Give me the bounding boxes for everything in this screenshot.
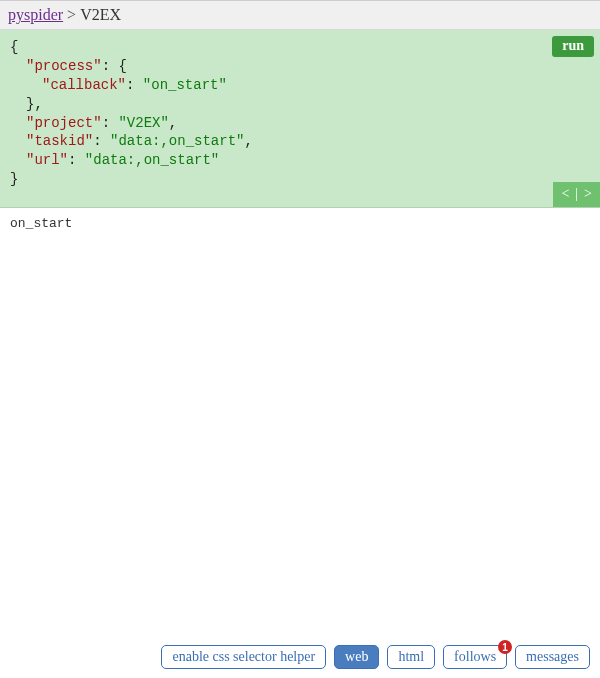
json-val-callback: "on_start" — [143, 77, 227, 93]
tab-follows-label: follows — [454, 649, 496, 665]
json-key-callback: "callback" — [42, 77, 126, 93]
breadcrumb-project: V2EX — [80, 6, 121, 24]
tab-follows[interactable]: follows 1 — [443, 645, 507, 669]
json-val-url: "data:,on_start" — [85, 152, 219, 168]
task-json-panel: run { "process": { "callback": "on_start… — [0, 30, 600, 208]
json-val-taskid: "data:,on_start" — [110, 133, 244, 149]
result-area: on_start — [0, 208, 600, 638]
tab-web[interactable]: web — [334, 645, 379, 669]
run-button[interactable]: run — [552, 36, 594, 57]
bottom-tabs: enable css selector helper web html foll… — [0, 636, 600, 678]
json-val-project: "V2EX" — [118, 115, 168, 131]
json-brace-close: } — [10, 171, 18, 187]
follows-badge: 1 — [498, 640, 512, 654]
json-key-url: "url" — [26, 152, 68, 168]
nav-divider: | — [575, 185, 578, 204]
enable-css-selector-button[interactable]: enable css selector helper — [161, 645, 326, 669]
prev-task-button[interactable]: < — [561, 185, 569, 204]
tab-html[interactable]: html — [387, 645, 435, 669]
json-key-project: "project" — [26, 115, 102, 131]
breadcrumb-separator: > — [67, 6, 76, 24]
tab-messages[interactable]: messages — [515, 645, 590, 669]
breadcrumb: pyspider > V2EX — [0, 0, 600, 30]
breadcrumb-root-link[interactable]: pyspider — [8, 6, 63, 24]
task-nav: < | > — [553, 182, 600, 207]
next-task-button[interactable]: > — [584, 185, 592, 204]
json-key-taskid: "taskid" — [26, 133, 93, 149]
json-brace-open: { — [10, 39, 18, 55]
json-key-process: "process" — [26, 58, 102, 74]
result-text: on_start — [10, 216, 72, 231]
